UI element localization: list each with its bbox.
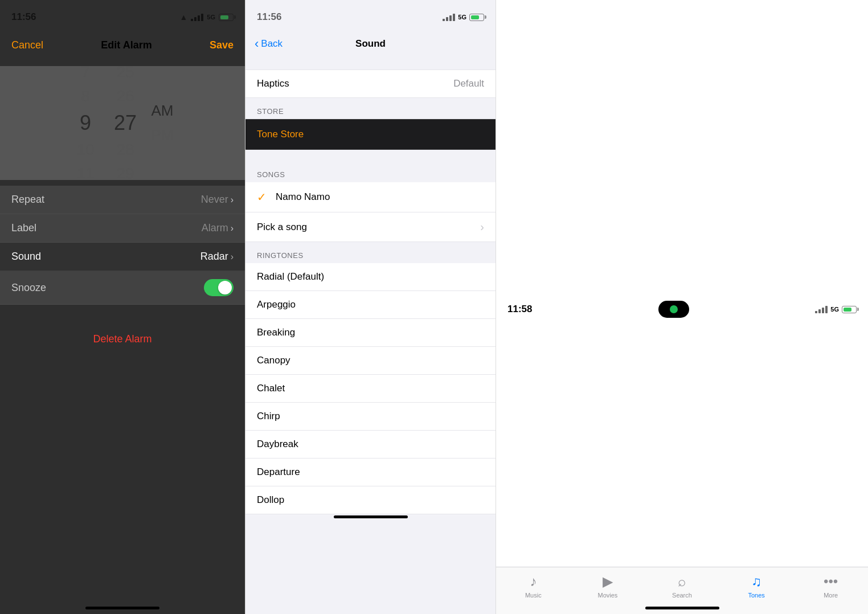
back-label: Back [261, 38, 282, 50]
screen-sound: 11:56 5G ‹ Back Sound [245, 0, 496, 614]
tab-more[interactable]: ••• More [793, 574, 868, 599]
haptics-value: Default [453, 78, 484, 89]
sound-row[interactable]: Sound Radar › [0, 243, 245, 271]
sound-screen-title: Sound [355, 38, 386, 50]
dynamic-island-dot [670, 305, 678, 313]
min-25: 25 [116, 63, 134, 81]
screen-edit-alarm: 11:56 ▲ 5G Cancel Edit Alarm Save [0, 0, 245, 614]
ringtone-chalet[interactable]: Chalet [245, 375, 496, 403]
am-option: AM [152, 102, 174, 120]
hour-column[interactable]: 7 8 9 10 11 [65, 63, 105, 183]
min-26: 26 [116, 87, 134, 105]
tab-music-label: Music [525, 592, 542, 599]
pick-song-row[interactable]: Pick a song › [245, 212, 496, 242]
ringtone-canopy[interactable]: Canopy [245, 347, 496, 375]
battery-icon-1 [219, 14, 234, 21]
songs-section: SONGS ✓ Namo Namo Pick a song › [245, 161, 496, 242]
min-29: 29 [116, 165, 134, 183]
home-indicator-3 [645, 607, 719, 609]
delete-alarm-button[interactable]: Delete Alarm [0, 322, 245, 357]
pick-song-chevron: › [480, 220, 484, 234]
hour-10: 10 [76, 141, 94, 159]
network-5g-1: 5G [207, 14, 215, 21]
tones-icon: ♫ [751, 574, 761, 590]
sound-value: Radar › [200, 251, 234, 263]
ringtone-chirp[interactable]: Chirp [245, 403, 496, 431]
pick-song-label: Pick a song [257, 222, 307, 233]
status-bar-3: 11:58 5G [496, 0, 868, 614]
tab-movies[interactable]: ▶ Movies [571, 574, 645, 599]
alarm-options: Repeat Never › Label Alarm › Sound Radar… [0, 186, 245, 305]
repeat-row[interactable]: Repeat Never › [0, 186, 245, 214]
store-section: STORE Tone Store [245, 98, 496, 150]
tab-music[interactable]: ♪ Music [496, 574, 571, 599]
namo-namo-row[interactable]: ✓ Namo Namo [245, 182, 496, 212]
dynamic-island [658, 301, 689, 318]
tab-tones[interactable]: ♫ Tones [719, 574, 794, 599]
signal-3 [815, 306, 828, 313]
sound-label: Sound [11, 251, 41, 263]
label-row[interactable]: Label Alarm › [0, 214, 245, 243]
ringtone-daybreak-label: Daybreak [257, 439, 298, 450]
tone-store-row[interactable]: Tone Store [245, 119, 496, 150]
ringtone-radial-label: Radial (Default) [257, 271, 324, 283]
5g-label-3: 5G [830, 306, 839, 313]
minute-column[interactable]: 25 26 27 28 29 [105, 63, 145, 183]
save-button[interactable]: Save [210, 39, 234, 51]
sound-nav: ‹ Back Sound [245, 30, 496, 58]
tab-more-label: More [824, 592, 838, 599]
ringtone-dollop[interactable]: Dollop [245, 486, 496, 514]
battery-3 [842, 306, 857, 313]
back-button[interactable]: ‹ Back [255, 36, 282, 51]
ringtone-arpeggio-label: Arpeggio [257, 299, 296, 310]
cancel-button[interactable]: Cancel [11, 39, 43, 51]
search-icon: ⌕ [678, 574, 686, 590]
ringtone-departure[interactable]: Departure [245, 459, 496, 486]
wifi-icon-1: ▲ [179, 13, 187, 22]
ringtone-radial[interactable]: Radial (Default) [245, 263, 496, 291]
checkmark-icon: ✓ [257, 190, 267, 204]
snooze-label: Snooze [11, 282, 46, 294]
haptics-row[interactable]: Haptics Default [245, 69, 496, 98]
ringtone-breaking-label: Breaking [257, 327, 295, 338]
snooze-row[interactable]: Snooze [0, 271, 245, 305]
home-indicator-1 [85, 607, 159, 609]
ringtone-chalet-label: Chalet [257, 383, 285, 394]
min-27: 27 [114, 111, 137, 135]
tone-store-label: Tone Store [257, 129, 304, 140]
music-icon: ♪ [530, 574, 537, 590]
label-value: Alarm › [202, 222, 234, 234]
hour-8: 8 [81, 87, 90, 105]
tab-search[interactable]: ⌕ Search [645, 574, 719, 599]
home-indicator-2 [334, 515, 408, 518]
status-time-2: 11:56 [257, 11, 281, 23]
signal-2 [443, 14, 455, 21]
haptics-label: Haptics [257, 78, 289, 89]
namo-namo-label: Namo Namo [276, 191, 330, 203]
alarm-nav-bar: Cancel Edit Alarm Save [0, 30, 245, 60]
hour-11: 11 [76, 165, 94, 183]
time-picker[interactable]: 7 8 9 10 11 25 26 27 28 29 AM PM [0, 66, 245, 180]
screen-tones: 11:58 5G Tones Genre [496, 0, 868, 614]
ringtone-chirp-label: Chirp [257, 411, 280, 422]
repeat-label: Repeat [11, 194, 44, 206]
tab-search-label: Search [672, 592, 692, 599]
5g-label-2: 5G [458, 14, 466, 21]
back-chevron-icon: ‹ [255, 36, 259, 51]
ringtone-daybreak[interactable]: Daybreak [245, 431, 496, 459]
status-time-1: 11:56 [11, 11, 36, 23]
ringtone-arpeggio[interactable]: Arpeggio [245, 291, 496, 319]
tab-movies-label: Movies [597, 592, 617, 599]
ringtones-label: RINGTONES [245, 242, 496, 263]
status-bar-2: 11:56 5G [245, 0, 496, 30]
status-icons-3: 5G [815, 306, 857, 313]
status-time-3: 11:58 [507, 304, 532, 315]
ampm-column[interactable]: AM PM [145, 102, 179, 144]
battery-2 [469, 14, 484, 21]
pm-option: PM [152, 126, 174, 144]
status-icons-2: 5G [443, 14, 484, 21]
ringtone-breaking[interactable]: Breaking [245, 319, 496, 347]
status-bar-1: 11:56 ▲ 5G [0, 0, 245, 30]
alarm-title: Edit Alarm [101, 39, 152, 51]
snooze-toggle[interactable] [204, 279, 234, 296]
